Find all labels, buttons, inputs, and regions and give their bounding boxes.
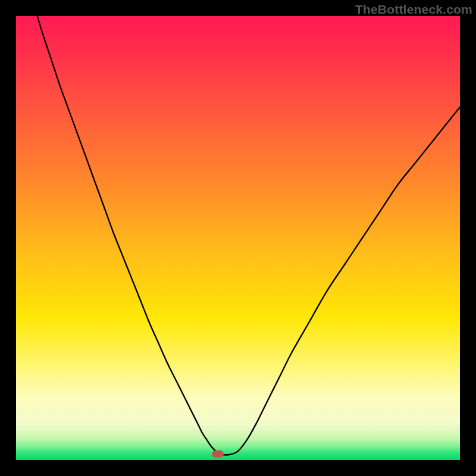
optimum-marker: [212, 450, 224, 458]
chart-frame: TheBottleneck.com: [0, 0, 476, 476]
bottleneck-curve: [37, 16, 460, 455]
curve-layer: [16, 16, 460, 460]
watermark: TheBottleneck.com: [355, 2, 472, 17]
